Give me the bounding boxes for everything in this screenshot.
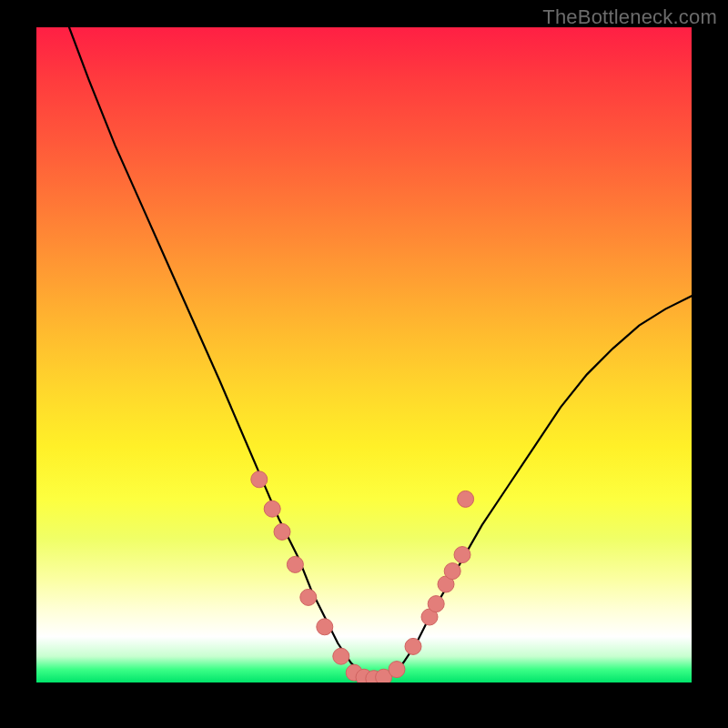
plot-area	[36, 27, 692, 682]
curve-marker	[444, 563, 460, 580]
watermark-text: TheBottleneck.com	[542, 5, 717, 29]
curve-marker	[317, 619, 333, 635]
curve-marker	[287, 556, 303, 572]
curve-marker	[274, 523, 290, 540]
curve-markers	[251, 471, 474, 682]
curve-svg	[36, 27, 692, 682]
curve-marker	[405, 638, 421, 654]
curve-marker	[389, 662, 405, 678]
curve-marker	[458, 490, 474, 507]
bottleneck-curve	[69, 27, 692, 679]
curve-marker	[428, 596, 444, 612]
curve-marker	[264, 500, 280, 517]
curve-marker	[251, 471, 268, 488]
curve-marker	[333, 648, 349, 664]
chart-frame: TheBottleneck.com	[0, 0, 728, 728]
curve-marker	[454, 547, 470, 563]
curve-marker	[300, 589, 317, 605]
